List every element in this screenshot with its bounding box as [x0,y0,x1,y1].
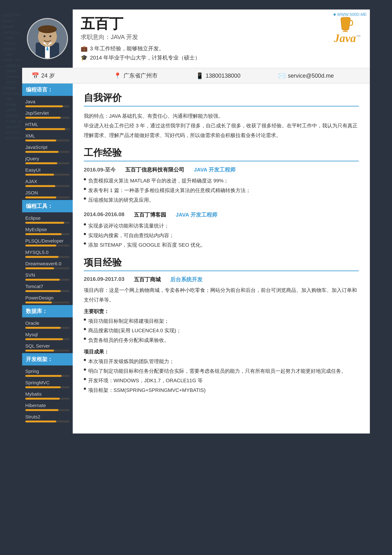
skill-bar-bg [25,301,70,303]
skill-bar-fill [25,233,62,235]
bullet-dot [84,388,86,390]
skill-bar-fill [25,350,54,351]
duty-item: 商品搜索功能(采用 LUCENCE4.0 实现)； [84,326,359,336]
bullet-text: 实现站内搜索，可自由查找站内内容； [88,231,174,240]
work-icon: 💼 [81,45,88,52]
skill-bar-bg [25,409,70,411]
work-bullets: 实现多说评论功能和访客流量统计；实现站内搜索，可自由查找站内内容；添加 SITE… [84,221,359,250]
skill-name: XML [25,133,70,139]
sidebar-skill: XML [22,132,73,143]
skill-bar-fill [25,185,55,187]
main-content: 自我评价 我的特点：JAVA 基础扎实、有责任心、沟通和理解能力较强。毕业进入社… [73,84,370,433]
skill-name: MYSQL5.0 [25,250,70,255]
skill-bar-fill [25,386,61,388]
skill-bar-bg [25,162,70,164]
sidebar-skill: SVN [22,271,73,282]
result-text: 开发环境：WINDOWS，JDK1.7，ORACLE11G 等 [88,376,203,385]
skill-name: jQuery [25,156,70,161]
skill-bar-bg [25,128,70,130]
bullet-dot [84,178,86,180]
sidebar-skill: MYSQL5.0 [22,248,73,259]
skill-bar-bg [25,222,70,224]
duty-text: 负责各组员的任务分配和成果验收。 [88,336,169,345]
bullet-dot [84,233,86,235]
svg-point-6 [38,25,57,33]
skill-bar-bg [25,327,70,329]
result-text: 明白了制定功能目标和任务分配要结合实际，需要考虑各组员的能力，只有所有组员一起努… [88,366,346,376]
sidebar-skill: Jsp/Servlet [22,109,73,120]
skill-name: Tomcat7 [25,284,70,289]
work-bullet-item: 压缩感知算法的研究及应用。 [84,195,359,205]
sidebar-section-header: 编程工具： [22,200,73,212]
skill-bar-bg [25,185,70,187]
work-entry-header: 2016.09-至今 五百丁信息科技有限公司 JAVA 开发工程师 [84,166,359,173]
skill-bar-bg [25,279,70,281]
avatar [27,18,68,59]
phone-item: 📱 13800138000 [196,72,278,79]
self-eval-text: 我的特点：JAVA 基础扎实、有责任心、沟通和理解能力较强。毕业进入社会工作已经… [84,111,359,140]
result-text: 项目框架：SSM(SPRING+SPRINGMVC+MYBATIS) [88,385,206,395]
sidebar-skill: Mysql [22,330,73,342]
exp-edu-item: 🎓 2014 年毕业于中山大学，计算机专业（硕士） [81,54,362,61]
work-bullets: 负责模拟退火算法 MATLAB 平台的改进，提升精确度达 99%；发表专利 1 … [84,176,359,205]
work-role: JAVA 开发工程师 [176,211,217,219]
sidebar-skill: MyEclipse [22,225,73,237]
skill-bar-fill [25,256,58,258]
header-info: 五百丁 求职意向：JAVA 开发 💼 3 年工作经验，能够独立开发。 🎓 201… [73,9,370,68]
skill-bar-fill [25,290,61,292]
self-eval-title: 自我评价 [84,91,359,106]
location-item: 📍 广东省广州市 [114,72,196,80]
bullet-text: 发表专利 1 篇：一种基于多相位模拟退火算法的任意模式精确转换方法； [88,186,251,195]
skill-bar-fill [25,139,56,141]
skill-bar-fill [25,245,56,247]
bullet-dot [84,319,86,321]
skill-bar-fill [25,174,54,175]
skill-bar-bg [25,105,70,107]
main-layout: 编程语言：JavaJsp/ServletHTMLXMLJavaScriptjQu… [22,84,370,433]
phone-icon: 📱 [196,72,203,79]
sidebar-skill: HTML [22,120,73,132]
header-job: 求职意向：JAVA 开发 [81,33,362,41]
skill-name: AJAX [25,179,70,184]
bullet-dot [84,242,86,245]
age-text: 24 岁 [41,72,55,80]
sidebar-section-header: 编程语言： [22,84,73,96]
sidebar-skill: Mybatis [22,390,73,401]
result-item: 开发环境：WINDOWS，JDK1.7，ORACLE11G 等 [84,376,359,385]
location-icon: 📍 [114,72,121,79]
work-exp-title: 工作经验 [84,146,359,161]
skill-bar-bg [25,421,70,423]
result-bullets: 本次项目开发锻炼我的团队管理能力；明白了制定功能目标和任务分配要结合实际，需要考… [84,357,359,395]
skill-bar-fill [25,398,60,400]
skill-bar-bg [25,245,70,247]
duty-item: 项目功能目标制定和搭建项目框架； [84,316,359,326]
sidebar-skill: AJAX [22,177,73,189]
skill-bar-fill [25,301,52,303]
skill-name: PowerDesign [25,295,70,301]
work-company: 五百丁信息科技有限公司 [125,166,184,173]
skill-bar-bg [25,117,70,119]
svg-point-7 [43,35,45,37]
edu-icon: 🎓 [81,54,88,61]
skill-name: Dreamweaver6.0 [25,261,70,266]
avatar-section [22,9,73,68]
skill-bar-fill [25,151,58,153]
skill-bar-bg [25,256,70,258]
skill-bar-bg [25,174,70,175]
exp-edu-text: 2014 年毕业于中山大学，计算机专业（硕士） [90,54,200,61]
age-icon: 📅 [32,72,39,79]
header-section: WWW.500D.ME [22,9,370,68]
sidebar-section-header: 数据库： [22,305,73,317]
skill-bar-fill [25,105,63,107]
work-period: 2016.09-至今 [84,166,116,173]
self-eval-paragraph: 我的特点：JAVA 基础扎实、有责任心、沟通和理解能力较强。 [84,111,359,121]
bullet-dot [84,223,86,226]
sidebar-skill: JavaScript [22,143,73,154]
java-text: Java [334,32,356,44]
bullet-text: 实现多说评论功能和访客流量统计； [88,221,169,231]
skill-bar-bg [25,350,70,351]
skill-name: JSON [25,190,70,196]
work-bullet-item: 发表专利 1 篇：一种基于多相位模拟退火算法的任意模式精确转换方法； [84,186,359,195]
work-bullet-item: 添加 SITEMAP，实现 GOOGLE 和百度 SEO 优化。 [84,240,359,250]
bullet-text: 负责模拟退火算法 MATLAB 平台的改进，提升精确度达 99%； [88,176,228,186]
